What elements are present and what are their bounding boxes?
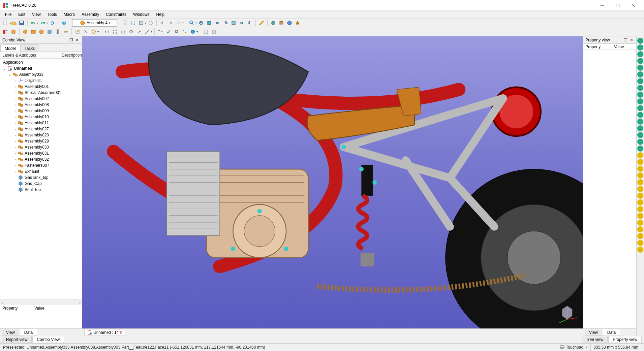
- footer-tab-report[interactable]: Report view: [2, 337, 32, 343]
- nav-back-icon[interactable]: [159, 19, 166, 27]
- undock-icon[interactable]: ❐: [68, 37, 74, 43]
- part-cylinder-icon[interactable]: [278, 19, 285, 27]
- asm-gear-icon[interactable]: [127, 28, 135, 35]
- gutter-icon[interactable]: [637, 172, 643, 179]
- status-nav-style[interactable]: Touchpad ▾: [557, 344, 590, 351]
- view-iso-icon[interactable]: [197, 19, 205, 27]
- asm-anim-icon[interactable]: [173, 28, 180, 35]
- gutter-icon[interactable]: [637, 38, 643, 44]
- undo-icon[interactable]: [30, 19, 37, 27]
- gutter-icon[interactable]: [637, 159, 643, 165]
- tree-hscroll[interactable]: ‹›: [0, 299, 82, 305]
- link-icon[interactable]: [175, 19, 182, 27]
- asm-new-model-icon[interactable]: [2, 28, 9, 35]
- undock-icon[interactable]: ❐: [623, 37, 628, 43]
- gutter-icon[interactable]: [637, 199, 643, 205]
- gutter-icon[interactable]: [637, 179, 643, 185]
- part-sphere-icon[interactable]: [286, 19, 293, 27]
- asm-info-icon[interactable]: i: [189, 28, 196, 35]
- tree-origin[interactable]: › Origin081: [0, 77, 82, 84]
- gutter-icon[interactable]: [637, 119, 643, 125]
- gutter-icon[interactable]: [637, 152, 643, 158]
- view-left-icon[interactable]: [246, 19, 253, 27]
- asm-solve-icon[interactable]: [90, 28, 97, 35]
- menu-edit[interactable]: Edit: [15, 11, 29, 18]
- view-bottom-icon[interactable]: [238, 19, 245, 27]
- tree-item[interactable]: ›Exhaust: [0, 168, 82, 174]
- tree-item[interactable]: ›Assembly002: [0, 96, 82, 102]
- close-button[interactable]: [625, 0, 641, 10]
- gutter-icon[interactable]: [637, 166, 643, 172]
- tree-item[interactable]: ›Assembly009: [0, 108, 82, 114]
- tree-application[interactable]: Application: [0, 59, 82, 65]
- gutter-icon[interactable]: [637, 233, 643, 239]
- part-box-icon[interactable]: [270, 19, 277, 27]
- footer-tab-combo[interactable]: Combo View: [32, 337, 64, 343]
- doc-tab[interactable]: Unnamed : 1* ⊠: [84, 329, 125, 336]
- workbench-selector[interactable]: Assembly 4 ▾: [72, 19, 117, 27]
- gutter-icon[interactable]: [637, 226, 643, 232]
- gutter-icon[interactable]: [637, 206, 643, 212]
- tree-item[interactable]: ›Assembly031: [0, 150, 82, 156]
- maximize-button[interactable]: [610, 0, 625, 10]
- tree-assembly-root[interactable]: ⌄ Assembly033: [0, 71, 82, 77]
- gutter-icon[interactable]: [637, 71, 643, 77]
- redo-icon[interactable]: [39, 19, 47, 27]
- nav-cube[interactable]: [555, 301, 579, 324]
- tree-item[interactable]: ›Assembly010: [0, 114, 82, 120]
- asm-link-icon[interactable]: [38, 28, 45, 35]
- asm-new-part-icon[interactable]: [10, 28, 17, 35]
- gutter-icon[interactable]: [637, 112, 643, 118]
- asm-mirror-icon[interactable]: [103, 28, 111, 35]
- tree-item[interactable]: ›Assembly027: [0, 126, 82, 132]
- tree-item[interactable]: ›Assembly028: [0, 132, 82, 138]
- tree-body[interactable]: Application ⌄ Unnamed ⌄ Assembly033 › Or…: [0, 59, 82, 299]
- gutter-icon[interactable]: [637, 247, 643, 253]
- save-doc-icon[interactable]: [18, 19, 25, 27]
- tree-item[interactable]: ›Shock_Absorber001: [0, 90, 82, 96]
- draw-style-icon[interactable]: [137, 19, 145, 27]
- asm-acs-icon[interactable]: [135, 28, 143, 35]
- asm-variant-icon[interactable]: [62, 28, 69, 35]
- gutter-icon[interactable]: [637, 139, 643, 145]
- part-cone-icon[interactable]: [294, 19, 301, 27]
- menu-windows[interactable]: Windows: [130, 11, 153, 18]
- asm-tree-icon[interactable]: [157, 28, 164, 35]
- gutter-icon[interactable]: [637, 193, 643, 199]
- gutter-icon[interactable]: [637, 44, 643, 51]
- gutter-icon[interactable]: [637, 85, 643, 91]
- close-panel-icon[interactable]: ✕: [74, 37, 80, 43]
- gutter-icon[interactable]: [637, 92, 643, 98]
- tab-tasks[interactable]: Tasks: [20, 44, 39, 52]
- tree-item[interactable]: ›Assembly008: [0, 102, 82, 108]
- tree-item[interactable]: ›Fasteners007: [0, 162, 82, 168]
- asm-array-icon[interactable]: [111, 28, 119, 35]
- menu-macro[interactable]: Macro: [60, 11, 78, 18]
- open-doc-icon[interactable]: ▾: [10, 19, 17, 27]
- prop-btab-data[interactable]: Data: [603, 329, 620, 336]
- gutter-icon[interactable]: [637, 125, 643, 131]
- tree-doc-root[interactable]: ⌄ Unnamed: [0, 65, 82, 71]
- doc-tab-close-icon[interactable]: ⊠: [119, 330, 122, 334]
- tree-item[interactable]: ›Assembly011: [0, 120, 82, 126]
- gutter-icon[interactable]: [637, 58, 643, 64]
- gutter-icon[interactable]: [637, 213, 643, 219]
- tree-item[interactable]: Seat_top: [0, 187, 82, 193]
- footer-tab-property[interactable]: Property view: [608, 337, 642, 343]
- fit-all-icon[interactable]: [121, 19, 129, 27]
- bounding-box-icon[interactable]: [147, 19, 154, 27]
- menu-view[interactable]: View: [29, 11, 44, 18]
- menu-file[interactable]: File: [2, 11, 15, 18]
- footer-tab-tree[interactable]: Tree view: [582, 337, 608, 343]
- fit-selection-icon[interactable]: [129, 19, 137, 27]
- gutter-icon[interactable]: [637, 240, 643, 246]
- asm-edit-icon[interactable]: [74, 28, 81, 35]
- gutter-icon[interactable]: [637, 186, 643, 192]
- asm-check-icon[interactable]: [165, 28, 172, 35]
- tree-item[interactable]: ›Assembly032: [0, 156, 82, 162]
- zoom-icon[interactable]: [188, 19, 195, 27]
- asm-show-icon[interactable]: [210, 28, 218, 35]
- nav-forward-icon[interactable]: [167, 19, 174, 27]
- view-right-icon[interactable]: [222, 19, 229, 27]
- view-front-icon[interactable]: [206, 19, 213, 27]
